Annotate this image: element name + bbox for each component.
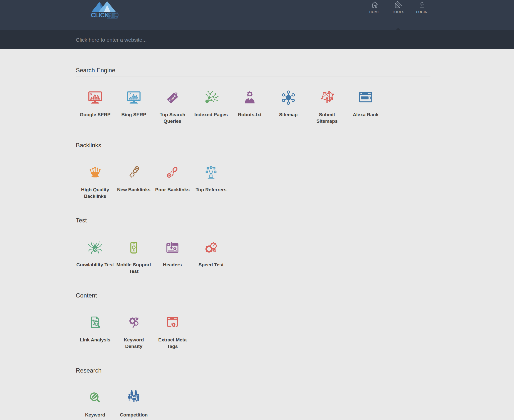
tool-label: Link Analysis xyxy=(76,337,114,343)
tool-label: Robots.txt xyxy=(230,111,269,118)
seo-tag-icon: SEO xyxy=(153,90,192,105)
section-title: Search Engine xyxy=(76,66,430,75)
tool-sitemap[interactable]: Sitemap xyxy=(269,90,308,125)
robot-person-icon xyxy=(230,90,269,105)
logo-mountains xyxy=(91,1,116,12)
section-search-engine: Search EngineGGoogle SERPbBing SERPSEOTo… xyxy=(76,66,430,125)
section-title: Backlinks xyxy=(76,141,430,150)
home-icon xyxy=(371,1,378,9)
tool-indexed-pages[interactable]: Indexed Pages xyxy=(192,90,230,125)
section-test: TestCrawlability TestMobile Support Test… xyxy=(76,216,430,275)
tools-icon xyxy=(395,1,402,9)
mobile-check-icon xyxy=(114,240,153,256)
tool-label: High Quality Backlinks xyxy=(76,187,114,200)
network-branch-icon xyxy=(192,90,230,105)
tool-label: Top Referrers xyxy=(192,187,230,193)
nav-item-login[interactable]: LOGIN xyxy=(414,1,430,14)
document-magnifier-icon xyxy=(76,315,114,331)
tool-high-quality-backlinks[interactable]: High Quality Backlinks xyxy=(76,165,114,200)
svg-text:G: G xyxy=(90,93,92,96)
tool-poor-backlinks[interactable]: Poor Backlinks xyxy=(153,165,192,200)
tool-headers[interactable]: Headers xyxy=(153,240,192,275)
section-title: Test xyxy=(76,216,430,225)
nav-label: HOME xyxy=(369,10,380,14)
section-backlinks: BacklinksHigh Quality BacklinksNew Backl… xyxy=(76,141,430,200)
svg-text:in: in xyxy=(215,171,216,173)
tool-label: Sitemap xyxy=(269,111,308,118)
tool-grid: KeywordCompetition xyxy=(76,377,430,418)
tool-label: Competition xyxy=(114,412,153,418)
tool-sections: Search EngineGGoogle SERPbBing SERPSEOTo… xyxy=(0,49,430,418)
top-header: CLICK SEO HOME TOOLS xyxy=(0,0,514,30)
tool-extract-meta-tags[interactable]: Extract Meta Tags xyxy=(153,315,192,350)
tool-grid: Link AnalysisKeyword DensityExtract Meta… xyxy=(76,302,430,350)
tool-speed-test[interactable]: Speed Test xyxy=(192,240,230,275)
tool-grid: GGoogle SERPbBing SERPSEOTop Search Quer… xyxy=(76,77,430,125)
tool-robots-txt[interactable]: Robots.txt xyxy=(230,90,269,125)
bing-serp-icon: b xyxy=(114,90,153,105)
tool-label: Mobile Support Test xyxy=(114,262,153,275)
nav-label: LOGIN xyxy=(416,10,427,14)
tool-label: Top Search Queries xyxy=(153,111,192,125)
nav-label: TOOLS xyxy=(392,10,405,14)
page-download-gear-icon xyxy=(153,240,192,256)
tool-top-search-queries[interactable]: SEOTop Search Queries xyxy=(153,90,192,125)
tool-alexa-rank[interactable]: Alexa Rank xyxy=(346,90,385,125)
tool-competition[interactable]: Competition xyxy=(114,390,153,418)
svg-text:P: P xyxy=(211,167,212,168)
main-nav: HOME TOOLS L xyxy=(367,1,430,14)
active-nav-pointer xyxy=(396,28,401,30)
tool-link-analysis[interactable]: Link Analysis xyxy=(76,315,114,350)
logo-seo-text: SEO xyxy=(107,12,118,19)
tool-label: Keyword xyxy=(76,412,114,418)
browser-rank-icon xyxy=(346,90,385,105)
chain-add-icon xyxy=(114,165,153,181)
tool-label: Indexed Pages xyxy=(192,111,230,118)
tool-label: Keyword Density xyxy=(114,337,153,350)
hex-network-icon xyxy=(269,90,308,105)
tool-grid: High Quality BacklinksNew BacklinksPoor … xyxy=(76,152,430,200)
spider-icon xyxy=(76,240,114,256)
tool-label: Poor Backlinks xyxy=(153,187,192,193)
people-magnifier-icon xyxy=(114,390,153,406)
tool-new-backlinks[interactable]: New Backlinks xyxy=(114,165,153,200)
tool-label: New Backlinks xyxy=(114,187,153,193)
gears-magnifier-icon xyxy=(114,315,153,331)
tool-label: Extract Meta Tags xyxy=(153,337,192,350)
tool-label: Speed Test xyxy=(192,262,230,268)
chain-broken-icon xyxy=(153,165,192,181)
tool-keyword-density[interactable]: Keyword Density xyxy=(114,315,153,350)
leaf-magnifier-icon xyxy=(76,390,114,406)
website-url-input[interactable] xyxy=(76,30,377,49)
tool-top-referrers[interactable]: fPg+tinTop Referrers xyxy=(192,165,230,200)
tool-google-serp[interactable]: GGoogle SERP xyxy=(76,90,114,125)
section-title: Content xyxy=(76,291,430,300)
tool-bing-serp[interactable]: bBing SERP xyxy=(114,90,153,125)
network-upload-icon xyxy=(308,90,346,105)
tool-label: Bing SERP xyxy=(114,111,153,118)
tool-label: Google SERP xyxy=(76,111,114,118)
lock-icon xyxy=(418,1,425,9)
browser-gear-icon xyxy=(153,315,192,331)
logo-click-text: CLICK xyxy=(91,12,109,19)
gear-stopwatch-icon xyxy=(192,240,230,256)
tool-keyword[interactable]: Keyword xyxy=(76,390,114,418)
section-title: Research xyxy=(76,366,430,375)
section-content: ContentLink AnalysisKeyword DensityExtra… xyxy=(76,291,430,350)
section-research: ResearchKeywordCompetition xyxy=(76,366,430,418)
nav-item-tools[interactable]: TOOLS xyxy=(390,1,406,14)
tool-label: Headers xyxy=(153,262,192,268)
nav-item-home[interactable]: HOME xyxy=(367,1,383,14)
crown-icon xyxy=(76,165,114,181)
tool-mobile-support-test[interactable]: Mobile Support Test xyxy=(114,240,153,275)
tool-label: Crawlability Test xyxy=(76,262,114,268)
tool-crawlability-test[interactable]: Crawlability Test xyxy=(76,240,114,275)
tool-grid: Crawlability TestMobile Support TestHead… xyxy=(76,227,430,275)
social-referrers-icon: fPg+tin xyxy=(192,165,230,181)
clickseo-logo[interactable]: CLICK SEO xyxy=(87,1,118,20)
svg-text:g+: g+ xyxy=(213,167,215,169)
tool-submit-sitemaps[interactable]: Submit Sitemaps xyxy=(308,90,346,125)
tool-label: Submit Sitemaps xyxy=(308,111,346,125)
google-serp-icon: G xyxy=(76,90,114,105)
tool-label: Alexa Rank xyxy=(346,111,385,118)
